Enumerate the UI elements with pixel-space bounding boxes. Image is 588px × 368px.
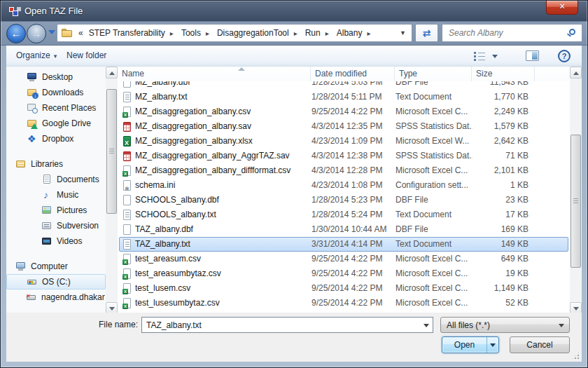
file-name-dropdown-icon[interactable] bbox=[424, 324, 429, 327]
file-size: 169 KB bbox=[472, 223, 536, 236]
breadcrumb-item[interactable]: Albany bbox=[335, 28, 377, 38]
open-split-dropdown[interactable] bbox=[486, 337, 498, 353]
dialog-footer: File name: TAZ_albany.txt All files (*.*… bbox=[6, 313, 582, 362]
sidebar-item[interactable]: Google Drive bbox=[6, 116, 106, 131]
file-row[interactable]: test_lusem.csv 9/25/2014 4:22 PM Microso… bbox=[119, 281, 568, 296]
sidebar-item[interactable]: Music bbox=[6, 187, 106, 203]
sidebar-item[interactable]: Computer bbox=[6, 259, 106, 274]
search-input[interactable]: Search Albany bbox=[442, 24, 582, 42]
file-row[interactable]: MZ_disaggregation_albany_AggrTAZ.sav 4/3… bbox=[119, 149, 568, 163]
file-date-modified: 9/25/2014 4:22 PM bbox=[312, 105, 396, 118]
file-row[interactable]: SCHOOLS_albany.dbf 1/28/2014 5:23 PM DBF… bbox=[119, 193, 568, 207]
column-header[interactable]: Size bbox=[472, 67, 535, 81]
file-row[interactable]: test_lusesumbytaz.csv 9/25/2014 4:22 PM … bbox=[119, 296, 568, 311]
organize-button[interactable]: Organize bbox=[12, 46, 61, 67]
sidebar-item[interactable]: Libraries bbox=[6, 156, 106, 172]
breadcrumb-item[interactable]: Tools bbox=[180, 28, 216, 38]
file-row[interactable]: MZ_albany.dbf 1/28/2014 5:03 PM DBF File… bbox=[119, 81, 568, 90]
winforms-app-icon bbox=[8, 6, 20, 17]
sidebar-item-icon bbox=[27, 133, 38, 144]
file-name-cell: schema.ini bbox=[120, 179, 312, 192]
file-type-select[interactable]: All files (*.*) bbox=[440, 317, 570, 333]
file-type-icon bbox=[122, 180, 132, 191]
change-view-caret-icon[interactable] bbox=[492, 55, 498, 58]
scrollbar-thumb[interactable] bbox=[106, 89, 117, 214]
search-icon[interactable] bbox=[569, 29, 575, 35]
sidebar-item[interactable]: Recent Places bbox=[6, 100, 106, 116]
sidebar-item[interactable]: OS (C:) bbox=[6, 274, 106, 289]
sidebar-item[interactable]: Pictures bbox=[6, 203, 106, 218]
file-row[interactable]: MZ_disaggregation_albany.xlsx 4/23/2014 … bbox=[119, 134, 568, 149]
sidebar-item[interactable]: Desktop bbox=[6, 69, 106, 85]
cancel-button[interactable]: Cancel bbox=[510, 336, 570, 353]
sidebar-scrollbar[interactable] bbox=[106, 67, 118, 314]
file-name-value: TAZ_albany.txt bbox=[146, 320, 202, 330]
breadcrumb[interactable]: « STEP TransferabilityToolsDisaggregatio… bbox=[57, 24, 412, 42]
change-view-icon[interactable] bbox=[474, 51, 485, 60]
file-type: Text Document bbox=[396, 90, 472, 104]
file-name-cell: TAZ_albany.dbf bbox=[120, 223, 312, 236]
file-date-modified: 1/28/2014 5:03 PM bbox=[312, 81, 396, 89]
file-name-cell: MZ_disaggregation_albany_diffformat.csv bbox=[120, 164, 312, 177]
forward-button[interactable] bbox=[27, 24, 46, 43]
sidebar-item[interactable]: Dropbox bbox=[6, 131, 106, 146]
file-type: Text Document bbox=[396, 238, 472, 251]
sidebar-item-label: nagendra.dhakar bbox=[41, 289, 105, 305]
resize-grip[interactable] bbox=[571, 351, 580, 360]
close-button[interactable] bbox=[546, 1, 578, 15]
file-name: SCHOOLS_albany.dbf bbox=[135, 193, 219, 207]
file-name: MZ_disaggregation_albany_AggrTAZ.sav bbox=[135, 149, 290, 163]
breadcrumb-overflow-chevron[interactable]: « bbox=[78, 28, 83, 38]
refresh-button[interactable] bbox=[415, 24, 438, 42]
sidebar-item[interactable]: Downloads bbox=[6, 85, 106, 100]
file-row[interactable]: TAZ_albany.dbf 1/30/2014 10:44 AM DBF Fi… bbox=[119, 222, 568, 237]
file-row[interactable]: MZ_albany.txt 1/28/2014 5:11 PM Text Doc… bbox=[119, 90, 568, 104]
column-header[interactable]: Type bbox=[395, 67, 472, 81]
preview-pane-icon[interactable] bbox=[526, 50, 539, 61]
sidebar-item[interactable]: Videos bbox=[6, 233, 106, 249]
file-row[interactable]: test_areasumbytaz.csv 9/25/2014 4:22 PM … bbox=[119, 266, 568, 281]
breadcrumb-item[interactable]: STEP Transferability bbox=[88, 28, 180, 38]
back-button[interactable] bbox=[6, 24, 26, 43]
file-list-scrollbar[interactable] bbox=[570, 67, 582, 314]
sidebar-item[interactable]: Documents bbox=[6, 172, 106, 187]
file-row[interactable]: TAZ_albany.txt 3/31/2014 4:14 PM Text Do… bbox=[119, 237, 568, 252]
open-button[interactable]: Open bbox=[442, 336, 499, 353]
history-chevron-icon[interactable] bbox=[48, 30, 55, 34]
file-name: test_lusem.csv bbox=[135, 282, 190, 295]
sidebar-item-label: Downloads bbox=[42, 85, 83, 100]
scrollbar-thumb[interactable] bbox=[570, 135, 581, 268]
file-type-icon bbox=[122, 268, 132, 279]
navigation-pane: Desktop Downloads Recent Places bbox=[6, 67, 106, 314]
scroll-up-icon[interactable] bbox=[106, 67, 118, 79]
file-row[interactable]: schema.ini 4/23/2014 1:08 PM Configurati… bbox=[119, 178, 568, 193]
file-row[interactable]: SCHOOLS_albany.txt 1/28/2014 5:24 PM Tex… bbox=[119, 207, 568, 222]
file-date-modified: 9/25/2014 4:22 PM bbox=[312, 267, 396, 280]
title-bar[interactable]: Open TAZ File bbox=[1, 1, 587, 22]
file-row[interactable]: MZ_disaggregation_albany.csv 9/25/2014 4… bbox=[119, 104, 568, 119]
file-type-icon bbox=[122, 210, 132, 220]
breadcrumb-item[interactable]: Run bbox=[304, 28, 335, 38]
sidebar-item[interactable]: Subversion bbox=[6, 218, 106, 233]
column-header[interactable]: Name bbox=[118, 67, 311, 81]
sidebar-item-icon bbox=[41, 236, 52, 247]
new-folder-button[interactable]: New folder bbox=[62, 46, 111, 66]
breadcrumb-item[interactable]: DisaggregationTool bbox=[216, 28, 304, 38]
file-name-input[interactable]: TAZ_albany.txt bbox=[141, 317, 433, 333]
scroll-up-icon[interactable] bbox=[570, 67, 582, 79]
file-name-cell: test_lusem.csv bbox=[120, 282, 312, 295]
column-header[interactable]: Date modified bbox=[311, 67, 395, 81]
file-size: 1 KB bbox=[472, 179, 536, 192]
sidebar-item[interactable]: nagendra.dhakar bbox=[6, 289, 106, 305]
file-row[interactable]: MZ_disaggregation_albany.sav 4/3/2014 12… bbox=[119, 119, 568, 134]
file-size: 23 KB bbox=[472, 193, 536, 207]
sidebar-item-icon bbox=[41, 205, 52, 216]
file-row[interactable]: MZ_disaggregation_albany_diffformat.csv … bbox=[119, 163, 568, 178]
file-date-modified: 9/25/2014 4:22 PM bbox=[312, 282, 396, 295]
sidebar-item-label: Libraries bbox=[31, 156, 63, 172]
help-button[interactable] bbox=[558, 50, 570, 62]
file-row[interactable]: test_areasum.csv 9/25/2014 4:22 PM Micro… bbox=[119, 252, 568, 266]
breadcrumb-dropdown-icon[interactable]: ▼ bbox=[397, 29, 409, 36]
file-name-cell: MZ_albany.dbf bbox=[120, 81, 312, 89]
file-type-dropdown-icon bbox=[559, 324, 564, 327]
